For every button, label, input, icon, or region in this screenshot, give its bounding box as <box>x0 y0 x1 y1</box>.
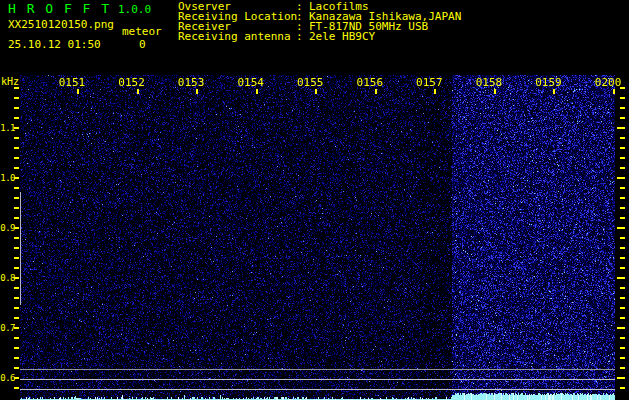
y-axis-tick-left <box>14 287 19 289</box>
x-axis-label: 0153 <box>175 78 207 88</box>
y-axis-tick-left <box>14 157 19 159</box>
y-axis-tick-left <box>14 307 19 309</box>
x-axis-tick <box>77 89 79 94</box>
y-axis-tick-left <box>14 97 19 99</box>
x-axis-label: 0200 <box>592 78 624 88</box>
y-axis-tick-right <box>620 237 625 239</box>
y-axis-tick-left <box>14 147 19 149</box>
y-axis-label: 1.1 <box>0 123 15 133</box>
y-axis-tick-left <box>14 187 19 189</box>
y-axis-tick-left <box>14 117 19 119</box>
y-axis-tick-left <box>14 367 19 369</box>
timestamp: 25.10.12 01:50 <box>8 38 101 51</box>
info-row-antenna: Receiving antenna:2ele HB9CY <box>178 32 461 42</box>
x-axis-label: 0151 <box>56 78 88 88</box>
info-separator: : <box>296 32 309 42</box>
y-axis-tick-left <box>14 347 19 349</box>
y-axis-tick-right <box>620 187 625 189</box>
y-axis-tick-right <box>617 227 625 229</box>
x-axis-label: 0158 <box>473 78 505 88</box>
y-axis-tick-right <box>620 147 625 149</box>
output-filename: XX2510120150.png <box>8 18 114 31</box>
y-axis-tick-right <box>620 357 625 359</box>
x-axis-tick <box>315 89 317 94</box>
y-axis-tick-left <box>14 217 19 219</box>
y-axis-label: 0.8 <box>0 273 15 283</box>
x-axis-tick <box>434 89 436 94</box>
y-axis-tick-right <box>620 107 625 109</box>
y-axis-tick-right <box>620 157 625 159</box>
y-axis-tick-right <box>620 267 625 269</box>
hrofft-window: H R O F F T 1.0.0 XX2510120150.png meteo… <box>0 0 629 400</box>
x-axis-tick <box>375 89 377 94</box>
x-axis-tick <box>494 89 496 94</box>
y-axis-tick-right <box>617 327 625 329</box>
y-axis-tick-left <box>14 327 19 329</box>
y-axis-tick-right <box>620 247 625 249</box>
y-axis-tick-left <box>14 137 19 139</box>
y-axis-tick-left <box>14 277 19 279</box>
y-axis-tick-left <box>14 297 19 299</box>
y-axis-tick-left <box>14 227 19 229</box>
y-axis-tick-left <box>14 317 19 319</box>
y-axis-tick-right <box>620 347 625 349</box>
y-axis-tick-left <box>14 377 19 379</box>
y-axis-tick-right <box>620 337 625 339</box>
y-axis-label: 0.9 <box>0 223 15 233</box>
y-axis-tick-left <box>14 337 19 339</box>
x-axis-label: 0159 <box>532 78 564 88</box>
app-title: H R O F F T <box>8 1 111 16</box>
x-axis-label: 0157 <box>413 78 445 88</box>
x-axis-tick <box>256 89 258 94</box>
y-axis-tick-right <box>620 117 625 119</box>
y-axis-tick-right <box>620 367 625 369</box>
x-axis-tick <box>553 89 555 94</box>
y-axis-tick-right <box>620 307 625 309</box>
y-axis-tick-left <box>14 87 19 89</box>
x-axis-tick <box>196 89 198 94</box>
y-axis-label: 0.6 <box>0 373 15 383</box>
y-axis-tick-right <box>617 177 625 179</box>
station-info: Ovserver:Lacofilms Receiving Location:Ka… <box>178 2 461 42</box>
y-axis-tick-right <box>620 207 625 209</box>
x-axis-tick <box>137 89 139 94</box>
y-axis-tick-right <box>617 277 625 279</box>
y-axis-label: 1.0 <box>0 173 15 183</box>
x-axis-label: 0156 <box>354 78 386 88</box>
info-value: 2ele HB9CY <box>309 32 375 42</box>
y-axis-tick-left <box>14 167 19 169</box>
y-axis-tick-right <box>620 317 625 319</box>
y-axis-tick-right <box>620 257 625 259</box>
y-axis-tick-left <box>14 387 19 389</box>
y-axis-tick-left <box>14 177 19 179</box>
x-axis-label: 0152 <box>116 78 148 88</box>
y-axis-tick-left <box>14 357 19 359</box>
y-axis-tick-right <box>620 137 625 139</box>
meteor-count: 0 <box>139 38 146 51</box>
y-axis-tick-left <box>14 237 19 239</box>
app-version: 1.0.0 <box>118 3 151 16</box>
x-axis-label: 0154 <box>235 78 267 88</box>
y-axis-unit-label: kHz <box>1 76 19 87</box>
y-axis-tick-left <box>14 257 19 259</box>
y-axis-tick-right <box>620 197 625 199</box>
y-axis-tick-left <box>14 197 19 199</box>
mode-label: meteor <box>122 25 162 38</box>
y-axis-tick-right <box>620 387 625 389</box>
spectrogram-canvas <box>20 75 615 400</box>
y-axis-tick-left <box>14 207 19 209</box>
y-axis-tick-right <box>620 97 625 99</box>
y-axis-tick-left <box>14 127 19 129</box>
y-axis-tick-left <box>14 267 19 269</box>
y-axis-tick-right <box>617 127 625 129</box>
y-axis-label: 0.7 <box>0 323 15 333</box>
info-label: Receiving antenna <box>178 32 296 42</box>
y-axis-tick-right <box>620 287 625 289</box>
y-axis-tick-right <box>620 217 625 219</box>
x-axis-tick <box>613 89 615 94</box>
y-axis-tick-right <box>620 167 625 169</box>
y-axis-tick-left <box>14 107 19 109</box>
x-axis-label: 0155 <box>294 78 326 88</box>
y-axis-tick-right <box>617 377 625 379</box>
y-axis-tick-left <box>14 247 19 249</box>
